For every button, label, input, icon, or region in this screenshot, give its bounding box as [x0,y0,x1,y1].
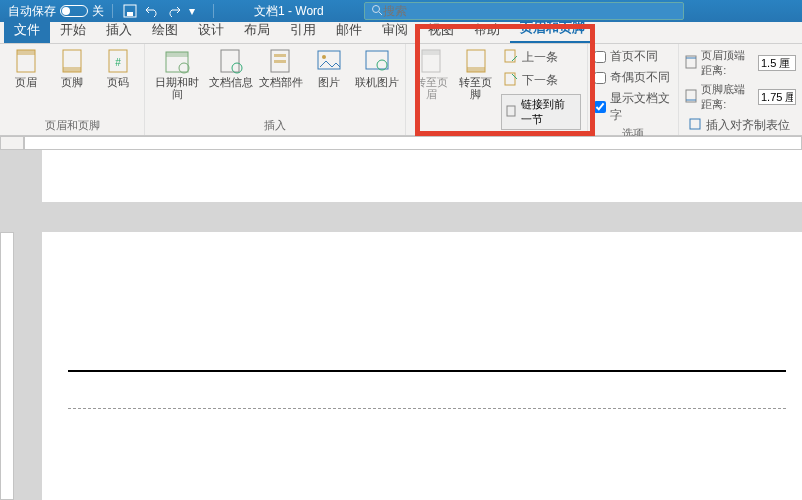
header-rule-line [68,370,786,372]
group-header-footer: 页眉 页脚 # 页码 页眉和页脚 [0,44,145,135]
next-icon [504,72,518,89]
vertical-ruler[interactable] [0,232,14,500]
prev-button[interactable]: 上一条 [501,48,581,67]
page-number-button[interactable]: # 页码 [98,48,138,88]
footer-distance-icon [685,89,699,105]
save-icon[interactable] [123,4,137,18]
svg-rect-1 [127,12,133,16]
autosave-label: 自动保存 [8,3,56,20]
odd-even-different-checkbox[interactable]: 奇偶页不同 [594,69,672,86]
toggle-icon [60,5,88,17]
footer-button[interactable]: 页脚 [52,48,92,88]
previous-page-edge [42,150,802,202]
svg-point-19 [322,55,326,59]
header-distance-input[interactable] [758,55,796,71]
header-distance-icon [685,55,699,71]
window-title: 文档1 - Word [214,3,354,20]
group-navigation: 转至页眉 转至页脚 上一条 下一条 链接到前一节 [406,44,588,135]
tab-design[interactable]: 设计 [188,18,234,43]
first-page-different-checkbox[interactable]: 首页不同 [594,48,672,65]
svg-rect-5 [17,50,35,55]
header-icon [13,48,39,74]
horizontal-ruler[interactable] [24,136,802,150]
tab-header-footer[interactable]: 页眉和页脚 [510,16,595,43]
goto-footer-button[interactable]: 转至页脚 [457,48,496,100]
tab-draw[interactable]: 绘图 [142,18,188,43]
insert-alignment-tab-button[interactable]: 插入对齐制表位 [685,116,796,135]
svg-rect-28 [507,106,515,116]
footer-distance-input[interactable] [758,89,796,105]
nav-small-buttons: 上一条 下一条 链接到前一节 [501,48,581,130]
svg-line-3 [379,12,382,15]
svg-rect-17 [274,60,286,63]
customize-qat-icon[interactable]: ▾ [189,4,203,18]
tab-review[interactable]: 审阅 [372,18,418,43]
doc-parts-button[interactable]: 文档部件 [259,48,303,88]
align-tab-icon [688,117,702,134]
picture-button[interactable]: 图片 [309,48,349,88]
autosave-toggle[interactable]: 自动保存 关 [0,3,112,20]
svg-rect-16 [274,54,286,57]
autosave-state: 关 [92,3,104,20]
footer-icon [59,48,85,74]
undo-icon[interactable] [145,4,159,18]
ruler-corner [0,136,24,150]
tab-insert[interactable]: 插入 [96,18,142,43]
page-number-icon: # [105,48,131,74]
svg-rect-23 [422,50,440,55]
prev-icon [504,49,518,66]
quick-access-toolbar: ▾ [112,4,214,18]
header-button[interactable]: 页眉 [6,48,46,88]
svg-rect-11 [166,52,188,57]
online-picture-icon [364,48,390,74]
header-boundary-dash [68,408,786,409]
goto-header-button[interactable]: 转至页眉 [412,48,451,100]
group-label-hf: 页眉和页脚 [45,118,100,133]
tab-file[interactable]: 文件 [4,18,50,43]
page[interactable] [42,232,802,500]
goto-header-icon [418,48,444,74]
group-insert: 日期和时间 文档信息 文档部件 图片 联机图片 插入 [145,44,406,135]
group-label-insert: 插入 [264,118,286,133]
tab-help[interactable]: 帮助 [464,18,510,43]
tab-mailings[interactable]: 邮件 [326,18,372,43]
svg-rect-25 [467,67,485,72]
header-distance-row: 页眉顶端距离: [685,48,796,78]
svg-point-2 [372,5,379,12]
ribbon-tabs: 文件 开始 插入 绘图 设计 布局 引用 邮件 审阅 视图 帮助 页眉和页脚 [0,22,802,44]
document-canvas [24,150,802,500]
search-icon [371,4,383,19]
svg-rect-33 [690,119,700,129]
link-to-previous-button[interactable]: 链接到前一节 [501,94,581,130]
calendar-icon [164,48,190,74]
footer-distance-row: 页脚底端距离: [685,82,796,112]
redo-icon[interactable] [167,4,181,18]
svg-rect-13 [221,50,239,72]
doc-parts-icon [268,48,294,74]
svg-text:#: # [115,57,121,68]
tab-references[interactable]: 引用 [280,18,326,43]
online-picture-button[interactable]: 联机图片 [355,48,399,88]
tab-layout[interactable]: 布局 [234,18,280,43]
date-time-button[interactable]: 日期和时间 [151,48,203,100]
next-button[interactable]: 下一条 [501,71,581,90]
tab-home[interactable]: 开始 [50,18,96,43]
doc-info-icon [218,48,244,74]
link-icon [506,105,518,119]
picture-icon [316,48,342,74]
doc-info-button[interactable]: 文档信息 [209,48,253,88]
show-doc-text-checkbox[interactable]: 显示文档文字 [594,90,672,124]
goto-footer-icon [463,48,489,74]
svg-rect-7 [63,67,81,72]
group-position: 页眉顶端距离: 页脚底端距离: 插入对齐制表位 位置 [679,44,802,135]
tab-view[interactable]: 视图 [418,18,464,43]
group-options: 首页不同 奇偶页不同 显示文档文字 选项 [588,44,679,135]
ribbon: 页眉 页脚 # 页码 页眉和页脚 日期和时间 文档信息 [0,44,802,136]
